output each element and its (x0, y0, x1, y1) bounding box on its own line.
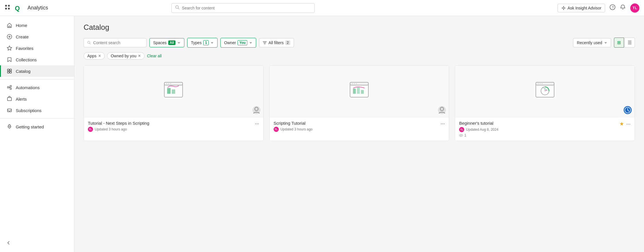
search-input[interactable] (182, 6, 311, 10)
insight-advisor-button[interactable]: Ask Insight Advisor (558, 4, 605, 12)
cards-grid: Tutorial - Next Steps in Scripting ··· T… (84, 65, 635, 141)
help-icon[interactable]: ? (610, 4, 615, 11)
insight-advisor-label: Ask Insight Advisor (568, 6, 601, 10)
card-1-updated: Updated 3 hours ago (95, 127, 127, 131)
remove-owned-filter[interactable]: ✕ (138, 54, 141, 58)
svg-point-36 (352, 83, 353, 84)
svg-point-23 (9, 126, 10, 127)
spaces-filter[interactable]: Spaces All (149, 38, 184, 47)
grid-menu-icon[interactable] (5, 4, 10, 11)
types-label: Types (191, 40, 202, 45)
card-1-more-button[interactable]: ··· (255, 121, 259, 127)
page-title: Catalog (84, 23, 635, 32)
all-filters-button[interactable]: All filters 2 (259, 38, 294, 47)
app-icon-2 (348, 80, 371, 103)
svg-point-37 (354, 83, 355, 84)
filter-icon (263, 41, 267, 45)
apps-filter-tag[interactable]: Apps ✕ (84, 52, 105, 60)
owner-filter[interactable]: Owner You (220, 38, 256, 48)
card-2-meta: TL Updated 3 hours ago (274, 127, 445, 132)
svg-rect-20 (10, 88, 11, 89)
svg-rect-0 (5, 5, 7, 7)
owned-by-you-filter-label: Owned by you (111, 54, 137, 58)
card-3-views: 1 (459, 133, 631, 137)
remove-apps-filter[interactable]: ✕ (98, 54, 101, 58)
svg-point-28 (166, 83, 167, 84)
card-3-star-button[interactable]: ★ (619, 121, 624, 127)
user-avatar[interactable]: TL (630, 3, 639, 13)
app-card-3[interactable]: Beginner's tutorial ★ ··· TL Updated Aug… (455, 65, 635, 141)
main-content: Catalog Spaces All Types 1 Owner You All… (74, 16, 644, 252)
content-search-input[interactable] (93, 40, 143, 45)
bookmark-icon (7, 57, 12, 62)
svg-point-45 (538, 83, 539, 84)
svg-rect-31 (167, 88, 171, 94)
global-search[interactable] (171, 3, 315, 13)
app-card-2[interactable]: Scripting Tutorial ··· TL Updated 3 hour… (269, 65, 449, 141)
spaces-badge: All (168, 40, 175, 45)
card-2-body: Scripting Tutorial ··· TL Updated 3 hour… (270, 117, 449, 135)
sidebar-divider-2 (0, 118, 74, 119)
svg-rect-39 (353, 89, 356, 94)
collapse-sidebar-button[interactable] (0, 237, 74, 249)
card-1-body: Tutorial - Next Steps in Scripting ··· T… (84, 117, 263, 135)
sidebar-item-catalog-label: Catalog (16, 69, 31, 74)
plus-icon (7, 34, 12, 40)
home-icon (7, 22, 12, 28)
svg-rect-41 (361, 90, 364, 94)
sidebar-item-create[interactable]: Create (0, 31, 74, 42)
svg-point-42 (440, 107, 444, 111)
sidebar-item-favorites[interactable]: Favorites (0, 42, 74, 54)
sparkle-icon (561, 6, 566, 10)
notifications-icon[interactable] (620, 4, 626, 11)
svg-rect-15 (10, 69, 11, 71)
svg-point-33 (255, 107, 258, 111)
chevron-down-icon-types (210, 41, 214, 44)
sidebar-item-home[interactable]: Home (0, 19, 74, 31)
app-card-1[interactable]: Tutorial - Next Steps in Scripting ··· T… (84, 65, 264, 141)
types-badge: 1 (203, 40, 209, 45)
star-icon (7, 45, 12, 51)
svg-rect-40 (357, 87, 360, 94)
card-3-more-button[interactable]: ··· (626, 121, 631, 127)
sidebar-item-favorites-label: Favorites (16, 46, 33, 51)
sidebar-item-automations-label: Automations (16, 85, 39, 90)
sidebar-item-getting-started[interactable]: Getting started (0, 121, 74, 132)
sidebar-item-catalog[interactable]: Catalog (0, 65, 74, 77)
views-icon (459, 133, 463, 137)
catalog-icon (7, 68, 12, 74)
owner-label: Owner (224, 40, 236, 45)
card-2-more-button[interactable]: ··· (440, 121, 445, 127)
sort-dropdown[interactable]: Recently used (573, 38, 611, 47)
sidebar-item-collections-label: Collections (16, 57, 37, 62)
svg-rect-1 (8, 5, 10, 7)
sidebar-item-subscriptions-label: Subscriptions (16, 108, 42, 113)
types-filter[interactable]: Types 1 (187, 38, 218, 48)
svg-rect-3 (8, 8, 10, 9)
card-3-thumbnail (455, 66, 635, 117)
svg-point-51 (459, 134, 463, 136)
owned-by-you-filter-tag[interactable]: Owned by you ✕ (107, 52, 145, 60)
clear-all-button[interactable]: Clear all (147, 54, 161, 58)
list-view-button[interactable]: ☰ (625, 38, 635, 48)
svg-line-7 (178, 8, 179, 9)
app-icon-1 (162, 80, 185, 103)
sidebar-item-automations[interactable]: Automations (0, 82, 74, 93)
sidebar-item-alerts[interactable]: Alerts (0, 93, 74, 105)
sidebar-item-home-label: Home (16, 23, 27, 28)
logo[interactable]: Q Analytics (14, 2, 48, 14)
sidebar-item-subscriptions[interactable]: Subscriptions (0, 105, 74, 116)
sidebar-divider (0, 79, 74, 79)
apps-filter-label: Apps (87, 54, 96, 58)
active-filters: Apps ✕ Owned by you ✕ Clear all (84, 52, 635, 60)
card-3-body: Beginner's tutorial ★ ··· TL Updated Aug… (455, 117, 635, 141)
content-search[interactable] (84, 38, 147, 47)
grid-view-button[interactable]: ⊞ (614, 38, 624, 48)
svg-rect-17 (10, 71, 11, 73)
card-2-updated: Updated 3 hours ago (280, 127, 313, 131)
alerts-icon (7, 96, 12, 102)
owner-badge: You (238, 40, 247, 45)
sidebar-item-getting-started-label: Getting started (16, 124, 44, 129)
spaces-label: Spaces (153, 40, 167, 45)
sidebar-item-collections[interactable]: Collections (0, 54, 74, 65)
